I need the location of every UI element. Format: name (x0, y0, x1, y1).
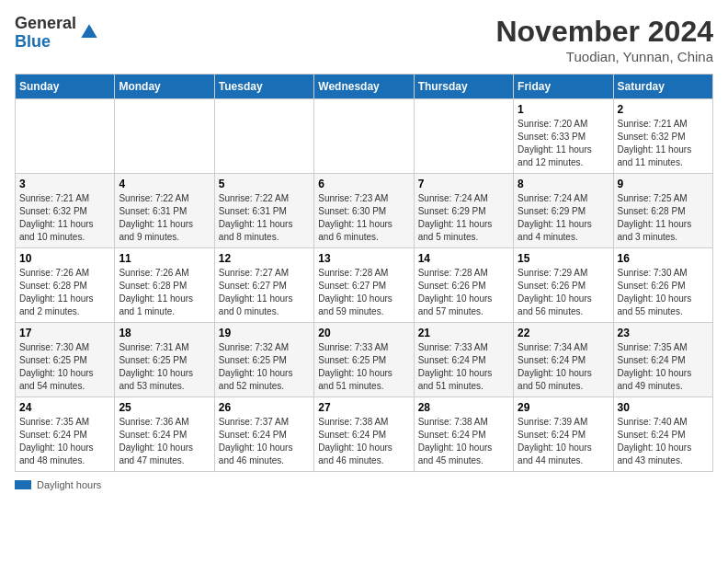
day-number: 29 (518, 401, 609, 414)
day-number: 19 (219, 327, 310, 339)
calendar-cell: 11Sunrise: 7:26 AM Sunset: 6:28 PM Dayli… (115, 248, 214, 323)
day-number: 30 (618, 401, 709, 414)
day-number: 18 (119, 327, 210, 339)
calendar-cell: 6Sunrise: 7:23 AM Sunset: 6:30 PM Daylig… (314, 174, 414, 248)
day-number: 5 (219, 178, 310, 190)
day-number: 17 (19, 327, 110, 339)
day-info: Sunrise: 7:32 AM Sunset: 6:25 PM Dayligh… (219, 341, 310, 393)
day-number: 13 (318, 252, 409, 265)
day-number: 24 (19, 401, 110, 414)
calendar-cell: 17Sunrise: 7:30 AM Sunset: 6:25 PM Dayli… (16, 323, 115, 397)
day-number: 1 (518, 103, 609, 116)
month-title: November 2024 (495, 15, 713, 49)
weekday-header-friday: Friday (514, 75, 613, 99)
logo-general: General (15, 15, 76, 33)
logo-blue: Blue (15, 33, 76, 52)
calendar-cell: 3Sunrise: 7:21 AM Sunset: 6:32 PM Daylig… (16, 174, 115, 248)
day-number: 2 (618, 103, 709, 116)
page-header: General Blue November 2024 Tuodian, Yunn… (15, 15, 713, 64)
day-info: Sunrise: 7:34 AM Sunset: 6:24 PM Dayligh… (518, 341, 609, 393)
calendar-cell: 29Sunrise: 7:39 AM Sunset: 6:24 PM Dayli… (514, 397, 613, 472)
calendar-cell: 25Sunrise: 7:36 AM Sunset: 6:24 PM Dayli… (115, 397, 214, 472)
day-info: Sunrise: 7:38 AM Sunset: 6:24 PM Dayligh… (318, 416, 409, 467)
day-info: Sunrise: 7:24 AM Sunset: 6:29 PM Dayligh… (418, 192, 509, 244)
day-info: Sunrise: 7:33 AM Sunset: 6:24 PM Dayligh… (418, 341, 509, 393)
day-number: 7 (418, 178, 509, 190)
day-info: Sunrise: 7:33 AM Sunset: 6:25 PM Dayligh… (318, 341, 409, 393)
day-info: Sunrise: 7:20 AM Sunset: 6:33 PM Dayligh… (518, 118, 609, 169)
calendar-cell: 13Sunrise: 7:28 AM Sunset: 6:27 PM Dayli… (314, 248, 414, 323)
svg-marker-0 (81, 24, 97, 38)
day-info: Sunrise: 7:24 AM Sunset: 6:29 PM Dayligh… (518, 192, 609, 244)
calendar-cell: 22Sunrise: 7:34 AM Sunset: 6:24 PM Dayli… (514, 323, 613, 397)
calendar-cell: 19Sunrise: 7:32 AM Sunset: 6:25 PM Dayli… (214, 323, 313, 397)
day-number: 22 (518, 327, 609, 339)
day-number: 21 (418, 327, 509, 339)
day-number: 14 (418, 252, 509, 265)
calendar-cell: 16Sunrise: 7:30 AM Sunset: 6:26 PM Dayli… (613, 248, 712, 323)
calendar-cell: 20Sunrise: 7:33 AM Sunset: 6:25 PM Dayli… (314, 323, 414, 397)
logo: General Blue (15, 15, 98, 52)
calendar-cell: 15Sunrise: 7:29 AM Sunset: 6:26 PM Dayli… (514, 248, 613, 323)
legend: Daylight hours (15, 479, 713, 490)
day-number: 10 (19, 252, 110, 265)
day-number: 6 (318, 178, 409, 190)
calendar-cell: 30Sunrise: 7:40 AM Sunset: 6:24 PM Dayli… (613, 397, 712, 472)
day-number: 16 (618, 252, 709, 265)
calendar-cell: 28Sunrise: 7:38 AM Sunset: 6:24 PM Dayli… (414, 397, 513, 472)
day-info: Sunrise: 7:25 AM Sunset: 6:28 PM Dayligh… (618, 192, 709, 244)
day-number: 8 (518, 178, 609, 190)
calendar-cell: 18Sunrise: 7:31 AM Sunset: 6:25 PM Dayli… (115, 323, 214, 397)
calendar-cell (314, 99, 414, 174)
day-info: Sunrise: 7:35 AM Sunset: 6:24 PM Dayligh… (618, 341, 709, 393)
weekday-header-monday: Monday (115, 75, 214, 99)
weekday-header-thursday: Thursday (414, 75, 513, 99)
calendar-cell: 14Sunrise: 7:28 AM Sunset: 6:26 PM Dayli… (414, 248, 513, 323)
day-info: Sunrise: 7:26 AM Sunset: 6:28 PM Dayligh… (119, 267, 210, 318)
day-info: Sunrise: 7:36 AM Sunset: 6:24 PM Dayligh… (119, 416, 210, 467)
location-title: Tuodian, Yunnan, China (495, 49, 713, 64)
title-block: November 2024 Tuodian, Yunnan, China (495, 15, 713, 64)
weekday-header-saturday: Saturday (613, 75, 712, 99)
calendar-cell (16, 99, 115, 174)
day-info: Sunrise: 7:22 AM Sunset: 6:31 PM Dayligh… (219, 192, 310, 244)
calendar-table: SundayMondayTuesdayWednesdayThursdayFrid… (15, 74, 713, 472)
day-number: 3 (19, 178, 110, 190)
calendar-cell (115, 99, 214, 174)
day-number: 12 (219, 252, 310, 265)
calendar-cell: 7Sunrise: 7:24 AM Sunset: 6:29 PM Daylig… (414, 174, 513, 248)
day-info: Sunrise: 7:40 AM Sunset: 6:24 PM Dayligh… (618, 416, 709, 467)
day-info: Sunrise: 7:30 AM Sunset: 6:26 PM Dayligh… (618, 267, 709, 318)
day-number: 25 (119, 401, 210, 414)
day-number: 26 (219, 401, 310, 414)
calendar-cell: 9Sunrise: 7:25 AM Sunset: 6:28 PM Daylig… (613, 174, 712, 248)
calendar-cell: 24Sunrise: 7:35 AM Sunset: 6:24 PM Dayli… (16, 397, 115, 472)
day-info: Sunrise: 7:21 AM Sunset: 6:32 PM Dayligh… (618, 118, 709, 169)
logo-icon (80, 23, 98, 41)
day-number: 23 (618, 327, 709, 339)
calendar-cell: 12Sunrise: 7:27 AM Sunset: 6:27 PM Dayli… (214, 248, 313, 323)
calendar-cell: 2Sunrise: 7:21 AM Sunset: 6:32 PM Daylig… (613, 99, 712, 174)
calendar-cell (214, 99, 313, 174)
day-number: 28 (418, 401, 509, 414)
calendar-cell: 4Sunrise: 7:22 AM Sunset: 6:31 PM Daylig… (115, 174, 214, 248)
day-info: Sunrise: 7:23 AM Sunset: 6:30 PM Dayligh… (318, 192, 409, 244)
day-info: Sunrise: 7:26 AM Sunset: 6:28 PM Dayligh… (19, 267, 110, 318)
day-info: Sunrise: 7:28 AM Sunset: 6:27 PM Dayligh… (318, 267, 409, 318)
day-info: Sunrise: 7:21 AM Sunset: 6:32 PM Dayligh… (19, 192, 110, 244)
calendar-cell: 23Sunrise: 7:35 AM Sunset: 6:24 PM Dayli… (613, 323, 712, 397)
day-number: 4 (119, 178, 210, 190)
day-info: Sunrise: 7:35 AM Sunset: 6:24 PM Dayligh… (19, 416, 110, 467)
calendar-cell: 21Sunrise: 7:33 AM Sunset: 6:24 PM Dayli… (414, 323, 513, 397)
calendar-cell: 8Sunrise: 7:24 AM Sunset: 6:29 PM Daylig… (514, 174, 613, 248)
weekday-header-wednesday: Wednesday (314, 75, 414, 99)
day-number: 15 (518, 252, 609, 265)
day-info: Sunrise: 7:22 AM Sunset: 6:31 PM Dayligh… (119, 192, 210, 244)
calendar-cell: 26Sunrise: 7:37 AM Sunset: 6:24 PM Dayli… (214, 397, 313, 472)
calendar-cell: 27Sunrise: 7:38 AM Sunset: 6:24 PM Dayli… (314, 397, 414, 472)
day-info: Sunrise: 7:29 AM Sunset: 6:26 PM Dayligh… (518, 267, 609, 318)
weekday-header-tuesday: Tuesday (214, 75, 313, 99)
day-info: Sunrise: 7:37 AM Sunset: 6:24 PM Dayligh… (219, 416, 310, 467)
daylight-label: Daylight hours (37, 479, 101, 490)
day-number: 9 (618, 178, 709, 190)
